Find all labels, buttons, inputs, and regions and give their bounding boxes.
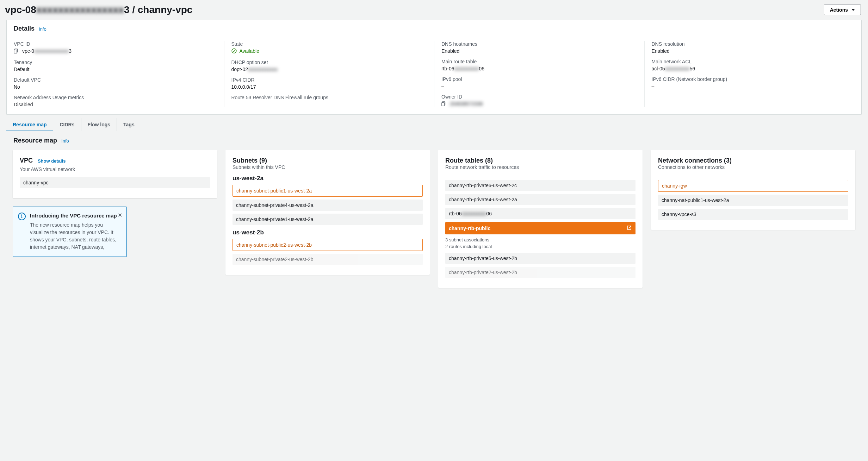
- mainrt-link[interactable]: rtb-06xxxxxxxxxx06: [441, 66, 644, 71]
- ipv6pool-label: IPv6 pool: [441, 76, 644, 82]
- notice-title: Introducing the VPC resource map: [30, 213, 121, 219]
- vpc-card: VPC Show details Your AWS virtual networ…: [13, 150, 217, 198]
- netconn-chip[interactable]: channy-nat-public1-us-west-2a: [658, 195, 848, 206]
- mainacl-link[interactable]: acl-05xxxxxxxxxx56: [652, 66, 855, 71]
- resource-map-info-link[interactable]: Info: [61, 138, 69, 144]
- tenancy-value: Default: [14, 67, 224, 72]
- tab-flow-logs[interactable]: Flow logs: [81, 118, 117, 131]
- dhcp-link[interactable]: dopt-02xxxxxxxxxxxx: [231, 67, 434, 72]
- rt-heading: Route tables (8): [445, 157, 493, 164]
- dnsres-label: DNS resolution: [652, 41, 855, 47]
- info-icon: i: [18, 213, 26, 220]
- dnshost-value: Enabled: [441, 48, 644, 54]
- resource-map-heading: Resource map: [13, 137, 57, 144]
- state-value: Available: [231, 48, 434, 55]
- ipv4cidr-value: 10.0.0.0/17: [231, 84, 434, 90]
- mainacl-label: Main network ACL: [652, 59, 855, 64]
- r53-value: –: [231, 102, 434, 107]
- notice-body: The new resource map helps you visualize…: [30, 221, 121, 251]
- subnets-desc: Subnets within this VPC: [232, 164, 423, 170]
- mainrt-label: Main route table: [441, 59, 644, 64]
- subnets-card: Subnets (9) Subnets within this VPC us-w…: [225, 150, 430, 275]
- tab-tags[interactable]: Tags: [117, 118, 141, 131]
- copy-icon[interactable]: [441, 102, 448, 107]
- state-label: State: [231, 41, 434, 47]
- chevron-down-icon: [851, 9, 855, 11]
- default-vpc-value: No: [14, 84, 224, 90]
- ipv6cidr-value: –: [652, 83, 855, 89]
- owner-value: 204638572338: [441, 101, 644, 107]
- show-details-link[interactable]: Show details: [38, 158, 66, 164]
- copy-icon[interactable]: [14, 49, 20, 55]
- svg-rect-4: [442, 102, 445, 106]
- default-vpc-label: Default VPC: [14, 77, 224, 83]
- ipv6pool-value: –: [441, 83, 644, 89]
- vpc-id-value: vpc-0xxxxxxxxxxxxxx3: [14, 48, 224, 55]
- tab-resource-map[interactable]: Resource map: [6, 118, 53, 131]
- vpc-name-chip[interactable]: channy-vpc: [20, 177, 210, 188]
- svg-rect-1: [14, 50, 17, 53]
- check-circle-icon: [231, 49, 238, 55]
- external-link-icon[interactable]: [626, 225, 632, 232]
- details-heading: Details: [14, 25, 35, 32]
- az-label-a: us-west-2a: [232, 175, 423, 182]
- subnet-chip[interactable]: channy-subnet-public1-us-west-2a: [232, 185, 423, 197]
- rt-chip[interactable]: channy-rtb-private6-us-west-2c: [445, 180, 636, 191]
- actions-button[interactable]: Actions: [824, 5, 861, 15]
- netconn-chip[interactable]: channy-igw: [658, 180, 848, 192]
- dhcp-label: DHCP option set: [231, 59, 434, 65]
- ipv6cidr-label: IPv6 CIDR (Network border group): [652, 76, 855, 82]
- tab-bar: Resource map CIDRs Flow logs Tags: [6, 118, 862, 131]
- rt-chip[interactable]: channy-rtb-private4-us-west-2a: [445, 194, 636, 205]
- vpc-id-label: VPC ID: [14, 41, 224, 47]
- rt-chip[interactable]: channy-rtb-private5-us-west-2b: [445, 253, 636, 264]
- owner-label: Owner ID: [441, 94, 644, 100]
- netconn-heading: Network connections (3): [658, 157, 732, 164]
- r53-label: Route 53 Resolver DNS Firewall rule grou…: [231, 95, 434, 100]
- vpc-card-desc: Your AWS virtual network: [20, 166, 210, 172]
- dnshost-label: DNS hostnames: [441, 41, 644, 47]
- tenancy-label: Tenancy: [14, 59, 224, 65]
- subnet-chip[interactable]: channy-subnet-private2-us-west-2b: [232, 254, 423, 265]
- tab-cidrs[interactable]: CIDRs: [53, 118, 81, 131]
- subnets-heading: Subnets (9): [232, 157, 267, 164]
- network-connections-card: Network connections (3) Connections to o…: [651, 150, 855, 230]
- netconn-desc: Connections to other networks: [658, 164, 848, 170]
- rt-chip-selected[interactable]: channy-rtb-public: [445, 222, 636, 234]
- subnet-chip[interactable]: channy-subnet-private4-us-west-2a: [232, 200, 423, 211]
- details-info-link[interactable]: Info: [39, 26, 46, 32]
- subnet-chip[interactable]: channy-subnet-public2-us-west-2b: [232, 239, 423, 251]
- ipv4cidr-label: IPv4 CIDR: [231, 77, 434, 83]
- az-label-b: us-west-2b: [232, 229, 423, 236]
- subnet-chip[interactable]: channy-subnet-private1-us-west-2a: [232, 214, 423, 225]
- rt-subinfo: 3 subnet associations: [445, 237, 636, 242]
- netconn-chip[interactable]: channy-vpce-s3: [658, 209, 848, 220]
- dnsres-value: Enabled: [652, 48, 855, 54]
- rt-subinfo: 2 routes including local: [445, 244, 636, 249]
- route-tables-card: Route tables (8) Route network traffic t…: [438, 150, 643, 288]
- naum-value: Disabled: [14, 102, 224, 107]
- rt-chip[interactable]: rtb-06xxxxxxxxxx06: [445, 208, 636, 219]
- vpc-card-heading: VPC: [20, 157, 33, 164]
- rt-chip[interactable]: channy-rtb-private2-us-west-2b: [445, 267, 636, 278]
- details-panel: Details Info VPC ID vpc-0xxxxxxxxxxxxxx3…: [6, 20, 862, 115]
- close-icon[interactable]: ✕: [118, 212, 122, 219]
- naum-label: Network Address Usage metrics: [14, 95, 224, 100]
- rt-desc: Route network traffic to resources: [445, 164, 636, 170]
- intro-notice: i ✕ Introducing the VPC resource map The…: [13, 207, 127, 257]
- page-title: vpc-08xxxxxxxxxxxxxxxx3 / channy-vpc: [5, 4, 192, 15]
